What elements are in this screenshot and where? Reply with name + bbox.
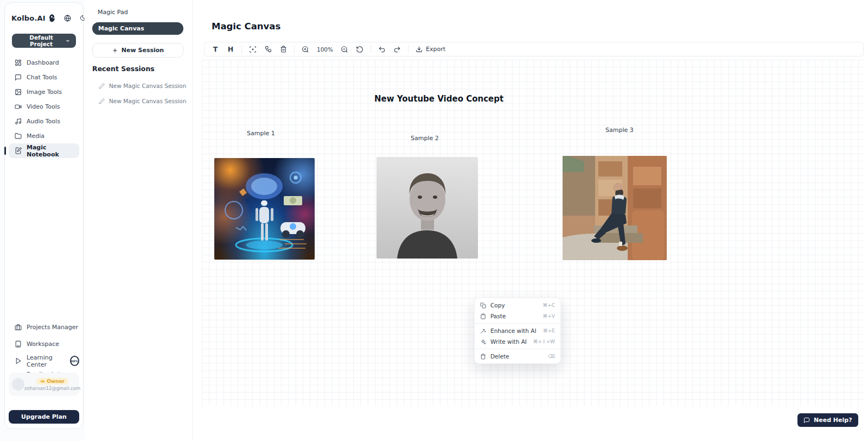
sidebar-item-projects-manager[interactable]: Projects Manager <box>9 319 79 336</box>
recent-sessions-title: Recent Sessions <box>92 65 155 73</box>
music-note-icon <box>15 118 22 125</box>
new-session-button[interactable]: New Session <box>92 43 183 58</box>
play-icon <box>15 357 22 364</box>
avatar <box>12 378 24 390</box>
menu-item-label: Enhance with AI <box>490 327 537 334</box>
canvas-toolbar: T H 100% Export <box>204 42 864 56</box>
download-icon <box>416 46 423 53</box>
menu-item-label: Paste <box>490 313 506 319</box>
sessions-panel: Magic Pad Magic Canvas New Session Recen… <box>85 0 193 441</box>
menu-shortcut: ⌘+E <box>543 328 555 333</box>
magic-pad-item[interactable]: Magic Pad <box>98 9 128 16</box>
toolbar-divider <box>241 45 242 53</box>
toolbar-divider <box>408 45 409 53</box>
sidebar-nav: Dashboard Chat Tools Image Tools Video T… <box>9 55 79 158</box>
copy-icon <box>480 303 486 308</box>
session-item-label: New Magic Canvas Session <box>109 83 186 89</box>
menu-item-delete[interactable]: Delete ⌫ <box>475 351 560 362</box>
sparkles-icon <box>480 339 486 345</box>
toolbar-divider <box>294 45 295 53</box>
sidebar-item-label: Dashboard <box>27 59 59 66</box>
sidebar-item-media[interactable]: Media <box>9 129 79 143</box>
zoom-out-icon <box>341 46 348 53</box>
redo-icon <box>393 46 401 53</box>
need-help-button[interactable]: Need Help? <box>797 413 858 427</box>
sidebar-item-dashboard[interactable]: Dashboard <box>9 55 79 70</box>
owner-badge: Owner <box>36 378 68 385</box>
sidebar-item-audio-tools[interactable]: Audio Tools <box>9 114 79 129</box>
sample-3-label[interactable]: Sample 3 <box>605 127 634 134</box>
sidebar-item-magic-notebook[interactable]: Magic Notebook <box>9 143 79 158</box>
sidebar-item-label: Learning Center <box>27 354 64 368</box>
trash-icon <box>480 354 486 360</box>
notebook-pen-icon <box>15 147 22 154</box>
workflow-button[interactable] <box>262 43 274 55</box>
undo-button[interactable] <box>376 43 388 55</box>
menu-shortcut: ⌘+C <box>542 303 555 308</box>
session-list-item[interactable]: New Magic Canvas Session <box>99 83 186 89</box>
menu-item-label: Copy <box>490 302 505 308</box>
magic-wand-icon <box>480 328 486 334</box>
sidebar-item-video-tools[interactable]: Video Tools <box>9 99 79 114</box>
export-button[interactable]: Export <box>413 46 448 53</box>
sample-1-label[interactable]: Sample 1 <box>247 130 275 137</box>
session-list-item[interactable]: New Magic Canvas Session <box>99 98 186 104</box>
menu-shortcut: ⌘+V <box>542 313 555 319</box>
clipboard-icon <box>480 313 486 319</box>
chevron-down-icon <box>65 38 71 43</box>
dashboard-grid-icon <box>15 59 22 66</box>
sidebar-item-label: Magic Notebook <box>27 144 79 158</box>
briefcase-icon <box>15 324 22 331</box>
menu-divider <box>475 323 560 324</box>
user-email: zoharvan12@gmail.com <box>24 386 80 391</box>
sidebar-item-workspace[interactable]: Workspace <box>9 336 79 352</box>
page-title: Magic Canvas <box>212 21 280 32</box>
magic-canvas-item[interactable]: Magic Canvas <box>92 22 183 35</box>
heading-tool-button[interactable]: H <box>225 43 237 55</box>
menu-item-label: Write with AI <box>490 338 527 345</box>
video-camera-icon <box>15 103 22 110</box>
sample-2-label[interactable]: Sample 2 <box>411 135 439 142</box>
export-label: Export <box>426 46 445 53</box>
crown-icon <box>40 379 45 383</box>
toolbar-divider <box>371 45 371 53</box>
canvas-image-ruins[interactable] <box>563 156 667 260</box>
pencil-icon <box>99 98 105 104</box>
menu-shortcut: ⌘+⇧+W <box>533 339 555 344</box>
sidebar-item-label: Chat Tools <box>27 74 57 81</box>
delete-tool-button[interactable] <box>277 43 289 55</box>
board-title[interactable]: New Youtube Video Concept <box>374 94 503 104</box>
menu-item-paste[interactable]: Paste ⌘+V <box>475 311 560 322</box>
brain-logo-icon <box>48 14 56 22</box>
canvas-image-ai-concept[interactable] <box>214 158 315 260</box>
menu-item-copy[interactable]: Copy ⌘+C <box>475 300 560 311</box>
upgrade-plan-button[interactable]: Upgrade Plan <box>9 410 79 424</box>
active-indicator <box>4 147 6 155</box>
menu-item-enhance-with-ai[interactable]: Enhance with AI ⌘+E <box>475 325 560 336</box>
user-account-card[interactable]: Owner zoharvan12@gmail.com <box>9 373 79 396</box>
undo-icon <box>378 46 386 53</box>
plus-icon <box>112 47 118 54</box>
zoom-in-button[interactable] <box>299 43 311 55</box>
select-scan-button[interactable] <box>247 43 259 55</box>
reset-view-button[interactable] <box>354 43 366 55</box>
building-icon <box>15 341 22 348</box>
scan-select-icon <box>249 46 257 53</box>
project-selector[interactable]: Default Project <box>12 34 76 48</box>
redo-button[interactable] <box>391 43 403 55</box>
sidebar-item-label: Workspace <box>27 341 59 348</box>
sidebar-item-learning-center[interactable]: Learning Center 66% <box>9 352 79 369</box>
learning-progress-badge: 66% <box>70 356 79 366</box>
zoom-out-button[interactable] <box>339 43 350 55</box>
menu-item-write-with-ai[interactable]: Write with AI ⌘+⇧+W <box>475 336 560 347</box>
sidebar-item-label: Image Tools <box>27 89 62 96</box>
left-sidebar: Kolbo.AI Default Project Dashboard Chat … <box>4 2 84 429</box>
text-tool-button[interactable]: T <box>209 43 221 55</box>
canvas-image-portrait[interactable] <box>376 157 478 259</box>
image-icon <box>15 89 22 96</box>
owner-badge-label: Owner <box>47 379 65 384</box>
sidebar-item-image-tools[interactable]: Image Tools <box>9 85 79 99</box>
language-globe-icon[interactable] <box>64 15 71 22</box>
chat-bubble-icon <box>15 74 22 81</box>
sidebar-item-chat-tools[interactable]: Chat Tools <box>9 70 79 85</box>
